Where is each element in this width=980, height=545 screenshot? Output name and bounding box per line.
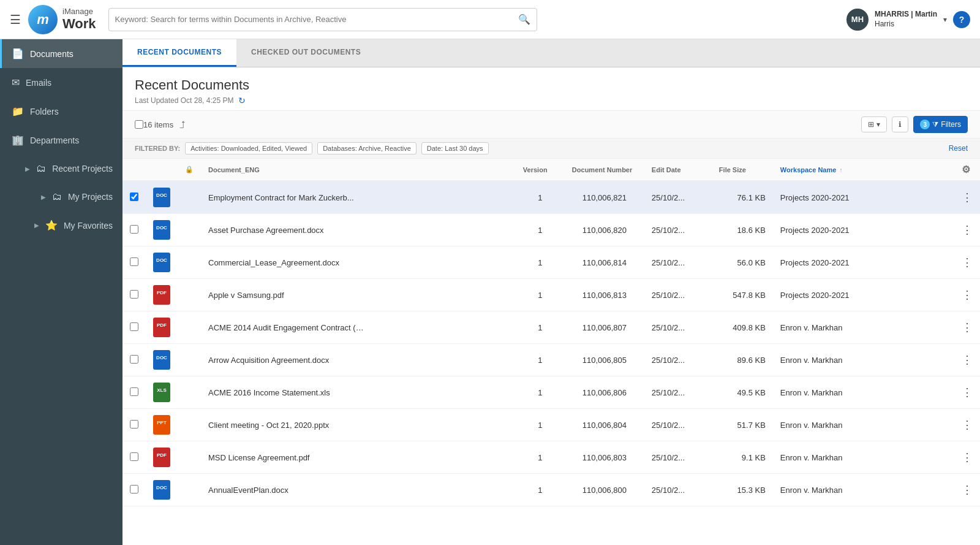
select-all-checkbox[interactable]	[135, 120, 143, 129]
doc-icon: DOC	[153, 188, 170, 207]
row-checkbox[interactable]	[130, 355, 138, 364]
doc-name[interactable]: Arrow Acquisition Agreement.docx	[201, 344, 516, 376]
info-button[interactable]: ℹ	[892, 116, 908, 132]
doc-file-size: 56.0 KB	[712, 246, 773, 279]
export-icon[interactable]: ⮥	[178, 120, 187, 129]
sidebar-item-my-favorites[interactable]: ▶ ⭐ My Favorites	[0, 211, 123, 240]
expand-arrow-icon: ▶	[34, 222, 39, 229]
doc-file-size: 76.1 KB	[712, 181, 773, 214]
doc-edit-date: 25/10/2...	[644, 181, 712, 214]
th-file-size[interactable]: File Size	[712, 159, 773, 181]
row-more-button[interactable]: ⋮	[962, 192, 973, 203]
chevron-down-icon: ▾	[876, 120, 880, 129]
reset-filters-link[interactable]: Reset	[949, 144, 968, 153]
row-checkbox[interactable]	[130, 485, 138, 494]
doc-edit-date: 25/10/2...	[644, 311, 712, 344]
row-checkbox[interactable]	[130, 192, 138, 201]
doc-workspace: Enron v. Markhan	[773, 441, 954, 474]
th-checkbox	[123, 159, 146, 181]
row-checkbox[interactable]	[130, 225, 138, 234]
search-button[interactable]: 🔍	[518, 13, 530, 25]
th-edit-date[interactable]: Edit Date	[644, 159, 712, 181]
tab-recent-documents[interactable]: RECENT DOCUMENTS	[123, 39, 236, 67]
row-checkbox[interactable]	[130, 290, 138, 299]
sidebar-item-documents[interactable]: 📄 Documents	[0, 39, 123, 68]
row-more-button[interactable]: ⋮	[962, 354, 973, 365]
hamburger-button[interactable]: ☰	[10, 12, 21, 27]
row-more-button[interactable]: ⋮	[962, 289, 973, 300]
filter-bar: FILTERED BY: Activities: Downloaded, Edi…	[123, 139, 980, 159]
doc-file-size: 15.3 KB	[712, 474, 773, 506]
filter-tag-date[interactable]: Date: Last 30 days	[421, 142, 489, 154]
th-version[interactable]: Version	[516, 159, 565, 181]
refresh-button[interactable]: ↻	[238, 96, 246, 105]
expand-arrow-icon: ▶	[25, 166, 30, 172]
doc-name[interactable]: MSD License Agreement.pdf	[201, 441, 516, 474]
row-checkbox[interactable]	[130, 257, 138, 266]
filter-tag-databases[interactable]: Databases: Archive, Reactive	[317, 142, 417, 154]
tabs-bar: RECENT DOCUMENTS CHECKED OUT DOCUMENTS	[123, 39, 980, 67]
row-more-button[interactable]: ⋮	[962, 322, 973, 333]
doc-icon: DOC	[153, 220, 170, 240]
doc-version: 1	[516, 474, 565, 506]
doc-name[interactable]: Employment Contract for Mark Zuckerb...	[201, 181, 516, 214]
doc-toolbar: 16 items ⮥ ⊞ ▾ ℹ 3 ⧩ Filters	[123, 111, 980, 139]
row-more-button[interactable]: ⋮	[962, 387, 973, 398]
doc-name[interactable]: Asset Purchase Agreement.docx	[201, 214, 516, 246]
doc-icon: DOC	[153, 253, 170, 272]
avatar: MH	[846, 9, 869, 31]
sidebar: 📄 Documents ✉ Emails 📁 Folders 🏢 Departm…	[0, 39, 123, 545]
doc-name[interactable]: AnnualEventPlan.docx	[201, 474, 516, 506]
doc-version: 1	[516, 441, 565, 474]
row-checkbox[interactable]	[130, 322, 138, 331]
content-area: RECENT DOCUMENTS CHECKED OUT DOCUMENTS R…	[123, 39, 980, 545]
main-layout: 📄 Documents ✉ Emails 📁 Folders 🏢 Departm…	[0, 39, 980, 545]
row-checkbox[interactable]	[130, 420, 138, 429]
documents-table: 🔒 Document_ENG Version Document Number E…	[123, 159, 980, 506]
search-input[interactable]	[115, 15, 518, 24]
row-more-button[interactable]: ⋮	[962, 224, 973, 235]
th-document-name[interactable]: Document_ENG	[201, 159, 516, 181]
row-checkbox[interactable]	[130, 452, 138, 461]
doc-name[interactable]: ACME 2016 Income Statement.xls	[201, 376, 516, 409]
doc-name[interactable]: ACME 2014 Audit Engagement Contract (…	[201, 311, 516, 344]
doc-name[interactable]: Commercial_Lease_Agreement.docx	[201, 246, 516, 279]
doc-file-size: 51.7 KB	[712, 409, 773, 441]
th-workspace-name[interactable]: Workspace Name ↑	[773, 159, 954, 181]
doc-edit-date: 25/10/2...	[644, 344, 712, 376]
sidebar-item-label: Emails	[26, 78, 51, 88]
doc-version: 1	[516, 409, 565, 441]
sidebar-item-folders[interactable]: 📁 Folders	[0, 97, 123, 126]
doc-number: 110,006,804	[565, 409, 644, 441]
column-settings-icon[interactable]: ⚙	[962, 164, 970, 175]
logo-area: m iManage Work	[28, 5, 96, 34]
pdf-icon: PDF	[153, 318, 170, 337]
row-more-button[interactable]: ⋮	[962, 452, 973, 463]
doc-name[interactable]: Apple v Samsung.pdf	[201, 279, 516, 311]
row-checkbox[interactable]	[130, 387, 138, 396]
th-doc-number[interactable]: Document Number	[565, 159, 644, 181]
doc-name[interactable]: Client meeting - Oct 21, 2020.pptx	[201, 409, 516, 441]
filter-tag-activities[interactable]: Activities: Downloaded, Edited, Viewed	[185, 142, 312, 154]
items-count: 16 items ⮥	[143, 120, 187, 129]
row-more-button[interactable]: ⋮	[962, 419, 973, 430]
sort-asc-icon: ↑	[839, 167, 842, 173]
sidebar-item-my-projects[interactable]: ▶ 🗂 My Projects	[0, 183, 123, 211]
doc-version: 1	[516, 181, 565, 214]
search-bar[interactable]: 🔍	[108, 8, 537, 31]
doc-number: 110,006,814	[565, 246, 644, 279]
tab-checked-out-documents[interactable]: CHECKED OUT DOCUMENTS	[236, 39, 375, 67]
row-more-button[interactable]: ⋮	[962, 257, 973, 268]
user-dropdown-arrow[interactable]: ▾	[943, 15, 947, 24]
sidebar-item-departments[interactable]: 🏢 Departments	[0, 126, 123, 154]
help-button[interactable]: ?	[953, 11, 970, 28]
sidebar-item-recent-projects[interactable]: ▶ 🗂 Recent Projects	[0, 154, 123, 183]
doc-file-size: 547.8 KB	[712, 279, 773, 311]
sidebar-item-emails[interactable]: ✉ Emails	[0, 68, 123, 97]
table-row: PPT Client meeting - Oct 21, 2020.pptx 1…	[123, 409, 980, 441]
view-toggle-button[interactable]: ⊞ ▾	[861, 116, 887, 132]
page-title: Recent Documents	[135, 77, 968, 93]
row-more-button[interactable]: ⋮	[962, 484, 973, 495]
filters-button[interactable]: 3 ⧩ Filters	[913, 116, 968, 133]
user-name: MHARRIS | Martin Harris	[875, 10, 937, 29]
